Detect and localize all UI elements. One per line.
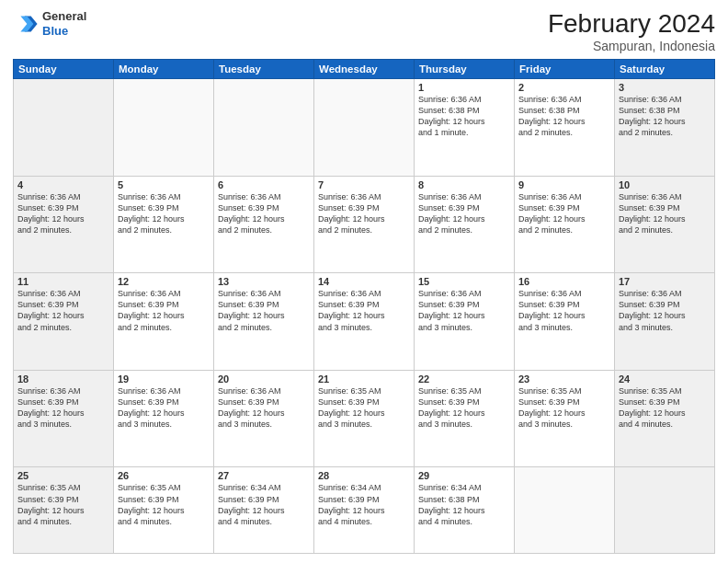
table-row: 11Sunrise: 6:36 AM Sunset: 6:39 PM Dayli… <box>14 273 114 371</box>
day-number: 17 <box>619 276 711 287</box>
day-info: Sunrise: 6:36 AM Sunset: 6:39 PM Dayligh… <box>518 191 610 236</box>
day-number: 6 <box>218 179 310 190</box>
day-number: 13 <box>218 276 310 287</box>
day-number: 12 <box>118 276 210 287</box>
table-row <box>314 79 415 177</box>
day-number: 29 <box>418 470 510 481</box>
table-row: 12Sunrise: 6:36 AM Sunset: 6:39 PM Dayli… <box>114 273 214 371</box>
col-wednesday: Wednesday <box>314 60 415 79</box>
day-info: Sunrise: 6:36 AM Sunset: 6:39 PM Dayligh… <box>318 191 410 236</box>
table-row: 29Sunrise: 6:34 AM Sunset: 6:38 PM Dayli… <box>415 467 515 554</box>
day-info: Sunrise: 6:36 AM Sunset: 6:39 PM Dayligh… <box>318 288 410 333</box>
day-info: Sunrise: 6:36 AM Sunset: 6:38 PM Dayligh… <box>619 94 711 139</box>
table-row: 9Sunrise: 6:36 AM Sunset: 6:39 PM Daylig… <box>515 176 615 273</box>
day-number: 7 <box>318 179 410 190</box>
week-row-5: 25Sunrise: 6:35 AM Sunset: 6:39 PM Dayli… <box>14 467 715 554</box>
day-info: Sunrise: 6:36 AM Sunset: 6:38 PM Dayligh… <box>518 94 610 139</box>
day-number: 9 <box>518 179 610 190</box>
table-row: 4Sunrise: 6:36 AM Sunset: 6:39 PM Daylig… <box>14 176 114 273</box>
table-row: 8Sunrise: 6:36 AM Sunset: 6:39 PM Daylig… <box>415 176 515 273</box>
col-friday: Friday <box>515 60 615 79</box>
col-tuesday: Tuesday <box>214 60 314 79</box>
table-row: 24Sunrise: 6:35 AM Sunset: 6:39 PM Dayli… <box>615 370 715 467</box>
day-number: 19 <box>118 373 210 385</box>
table-row: 25Sunrise: 6:35 AM Sunset: 6:39 PM Dayli… <box>14 467 114 554</box>
day-number: 1 <box>418 82 510 93</box>
day-info: Sunrise: 6:36 AM Sunset: 6:39 PM Dayligh… <box>619 191 711 236</box>
day-number: 27 <box>218 470 310 481</box>
table-row: 19Sunrise: 6:36 AM Sunset: 6:39 PM Dayli… <box>114 370 214 467</box>
day-info: Sunrise: 6:36 AM Sunset: 6:39 PM Dayligh… <box>118 191 210 236</box>
logo-blue: Blue <box>42 24 86 39</box>
logo-text: General Blue <box>42 9 86 38</box>
week-row-4: 18Sunrise: 6:36 AM Sunset: 6:39 PM Dayli… <box>14 370 715 467</box>
calendar-subtitle: Sampuran, Indonesia <box>548 39 715 53</box>
day-number: 8 <box>418 179 510 190</box>
table-row: 26Sunrise: 6:35 AM Sunset: 6:39 PM Dayli… <box>114 467 214 554</box>
col-sunday: Sunday <box>14 60 114 79</box>
table-row <box>14 79 114 177</box>
table-row: 15Sunrise: 6:36 AM Sunset: 6:39 PM Dayli… <box>415 273 515 371</box>
table-row: 13Sunrise: 6:36 AM Sunset: 6:39 PM Dayli… <box>214 273 314 371</box>
col-saturday: Saturday <box>615 60 715 79</box>
day-number: 15 <box>418 276 510 287</box>
day-info: Sunrise: 6:35 AM Sunset: 6:39 PM Dayligh… <box>17 482 109 527</box>
table-row: 2Sunrise: 6:36 AM Sunset: 6:38 PM Daylig… <box>515 79 615 177</box>
day-info: Sunrise: 6:35 AM Sunset: 6:39 PM Dayligh… <box>518 385 610 431</box>
table-row: 14Sunrise: 6:36 AM Sunset: 6:39 PM Dayli… <box>314 273 415 371</box>
table-row: 27Sunrise: 6:34 AM Sunset: 6:39 PM Dayli… <box>214 467 314 554</box>
day-info: Sunrise: 6:36 AM Sunset: 6:39 PM Dayligh… <box>619 288 711 333</box>
week-row-1: 1Sunrise: 6:36 AM Sunset: 6:38 PM Daylig… <box>14 79 715 177</box>
table-row: 5Sunrise: 6:36 AM Sunset: 6:39 PM Daylig… <box>114 176 214 273</box>
header: General Blue February 2024 Sampuran, Ind… <box>13 9 715 53</box>
day-info: Sunrise: 6:36 AM Sunset: 6:39 PM Dayligh… <box>218 385 310 431</box>
day-info: Sunrise: 6:35 AM Sunset: 6:39 PM Dayligh… <box>118 482 210 527</box>
day-info: Sunrise: 6:34 AM Sunset: 6:39 PM Dayligh… <box>318 482 410 527</box>
logo: General Blue <box>13 9 86 38</box>
col-monday: Monday <box>114 60 214 79</box>
day-info: Sunrise: 6:35 AM Sunset: 6:39 PM Dayligh… <box>318 385 410 431</box>
day-number: 28 <box>318 470 410 481</box>
table-row: 1Sunrise: 6:36 AM Sunset: 6:38 PM Daylig… <box>415 79 515 177</box>
day-info: Sunrise: 6:36 AM Sunset: 6:39 PM Dayligh… <box>17 288 109 333</box>
table-row: 20Sunrise: 6:36 AM Sunset: 6:39 PM Dayli… <box>214 370 314 467</box>
day-info: Sunrise: 6:35 AM Sunset: 6:39 PM Dayligh… <box>418 385 510 431</box>
day-number: 2 <box>518 82 610 93</box>
table-row: 16Sunrise: 6:36 AM Sunset: 6:39 PM Dayli… <box>515 273 615 371</box>
header-row: Sunday Monday Tuesday Wednesday Thursday… <box>14 60 715 79</box>
table-row: 7Sunrise: 6:36 AM Sunset: 6:39 PM Daylig… <box>314 176 415 273</box>
day-number: 21 <box>318 373 410 385</box>
week-row-3: 11Sunrise: 6:36 AM Sunset: 6:39 PM Dayli… <box>14 273 715 371</box>
table-row: 22Sunrise: 6:35 AM Sunset: 6:39 PM Dayli… <box>415 370 515 467</box>
day-info: Sunrise: 6:36 AM Sunset: 6:39 PM Dayligh… <box>118 288 210 333</box>
day-number: 20 <box>218 373 310 385</box>
day-info: Sunrise: 6:36 AM Sunset: 6:39 PM Dayligh… <box>118 385 210 431</box>
table-row: 18Sunrise: 6:36 AM Sunset: 6:39 PM Dayli… <box>14 370 114 467</box>
day-number: 4 <box>17 179 109 190</box>
day-info: Sunrise: 6:36 AM Sunset: 6:39 PM Dayligh… <box>418 288 510 333</box>
day-number: 24 <box>619 373 711 385</box>
day-info: Sunrise: 6:36 AM Sunset: 6:39 PM Dayligh… <box>418 191 510 236</box>
table-row: 6Sunrise: 6:36 AM Sunset: 6:39 PM Daylig… <box>214 176 314 273</box>
day-info: Sunrise: 6:35 AM Sunset: 6:39 PM Dayligh… <box>619 385 711 431</box>
page: General Blue February 2024 Sampuran, Ind… <box>0 0 728 563</box>
table-row: 10Sunrise: 6:36 AM Sunset: 6:39 PM Dayli… <box>615 176 715 273</box>
table-row <box>114 79 214 177</box>
table-row: 17Sunrise: 6:36 AM Sunset: 6:39 PM Dayli… <box>615 273 715 371</box>
table-row: 3Sunrise: 6:36 AM Sunset: 6:38 PM Daylig… <box>615 79 715 177</box>
day-number: 5 <box>118 179 210 190</box>
calendar-table: Sunday Monday Tuesday Wednesday Thursday… <box>13 59 715 554</box>
day-number: 10 <box>619 179 711 190</box>
day-number: 18 <box>17 373 109 385</box>
day-info: Sunrise: 6:34 AM Sunset: 6:39 PM Dayligh… <box>218 482 310 527</box>
table-row: 28Sunrise: 6:34 AM Sunset: 6:39 PM Dayli… <box>314 467 415 554</box>
day-info: Sunrise: 6:36 AM Sunset: 6:39 PM Dayligh… <box>17 385 109 431</box>
col-thursday: Thursday <box>415 60 515 79</box>
table-row: 21Sunrise: 6:35 AM Sunset: 6:39 PM Dayli… <box>314 370 415 467</box>
table-row <box>615 467 715 554</box>
title-block: February 2024 Sampuran, Indonesia <box>548 9 715 53</box>
logo-general: General <box>42 9 86 24</box>
logo-icon <box>13 11 39 37</box>
day-number: 25 <box>17 470 109 481</box>
day-info: Sunrise: 6:34 AM Sunset: 6:38 PM Dayligh… <box>418 482 510 527</box>
